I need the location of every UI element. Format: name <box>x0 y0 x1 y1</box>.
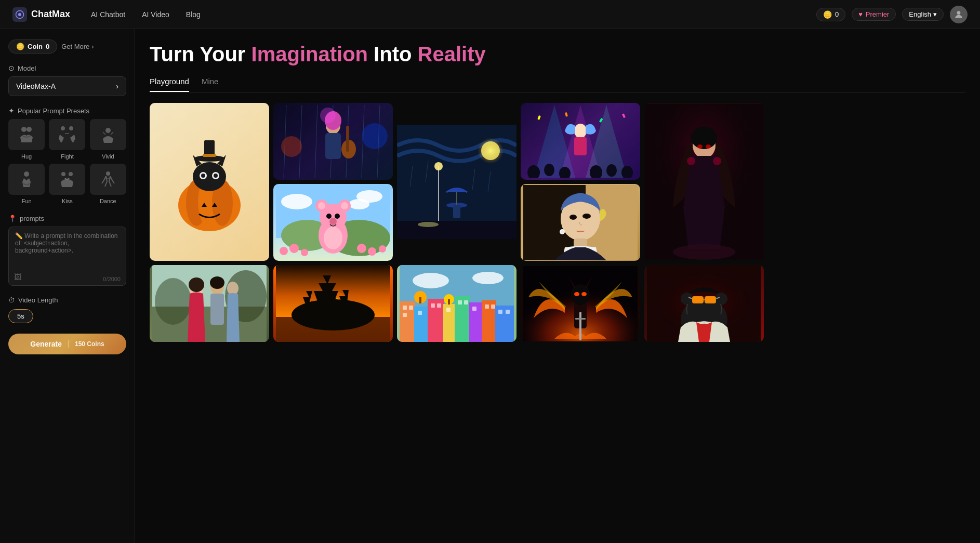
svg-rect-183 <box>706 297 715 302</box>
preset-kiss-label: Kiss <box>62 198 73 204</box>
svg-point-64 <box>544 164 554 176</box>
svg-point-85 <box>349 199 369 209</box>
gallery-item-10[interactable] <box>397 265 517 342</box>
svg-rect-158 <box>506 310 510 314</box>
nav-blog[interactable]: Blog <box>186 10 201 19</box>
preset-vivid[interactable]: Vivid <box>90 119 126 160</box>
svg-point-6 <box>69 126 73 130</box>
app-logo[interactable]: ChatMax <box>12 7 70 22</box>
svg-rect-157 <box>498 310 502 314</box>
svg-rect-162 <box>448 299 450 304</box>
logo-icon <box>12 7 27 22</box>
svg-rect-170 <box>575 318 586 320</box>
coin-section: 🪙 Coin 0 Get More › <box>8 39 126 54</box>
gallery-item-9[interactable] <box>273 265 393 342</box>
preset-dance[interactable]: Dance <box>90 164 126 204</box>
svg-point-67 <box>606 164 617 177</box>
preset-fun[interactable]: Fun <box>8 164 45 204</box>
svg-rect-151 <box>446 308 451 312</box>
svg-rect-155 <box>485 304 489 309</box>
preset-fight-label: Fight <box>61 153 73 160</box>
svg-point-9 <box>24 171 29 177</box>
generate-divider <box>68 340 69 348</box>
svg-rect-54 <box>453 205 460 218</box>
svg-point-21 <box>193 162 226 191</box>
gallery-item-12[interactable] <box>644 265 764 342</box>
svg-point-135 <box>413 273 449 288</box>
svg-point-89 <box>289 244 299 253</box>
generate-button[interactable]: Generate 150 Coins <box>8 334 126 354</box>
language-selector[interactable]: English ▾ <box>902 8 944 21</box>
svg-point-80 <box>697 144 703 149</box>
svg-rect-152 <box>458 300 462 304</box>
gallery-item-8[interactable] <box>150 265 269 342</box>
svg-point-8 <box>105 128 111 133</box>
svg-line-33 <box>315 105 317 178</box>
get-more-button[interactable]: Get More › <box>61 43 94 50</box>
clock-icon: ⏱ <box>8 296 15 304</box>
svg-rect-145 <box>403 306 407 310</box>
svg-rect-139 <box>428 299 444 342</box>
svg-point-1 <box>18 13 21 16</box>
chevron-down-icon: ▾ <box>933 10 937 18</box>
sidebar-coin-count: 0 <box>46 43 49 50</box>
nav-ai-video[interactable]: AI Video <box>142 10 169 19</box>
gallery-item-6[interactable] <box>273 184 393 261</box>
gallery-item-2[interactable] <box>273 103 393 180</box>
model-section-title: ⊙ Model <box>8 64 126 72</box>
tab-mine[interactable]: Mine <box>202 77 219 92</box>
svg-rect-59 <box>397 221 517 239</box>
model-icon: ⊙ <box>8 64 15 72</box>
premier-badge[interactable]: ♥ Premier <box>852 8 896 21</box>
svg-point-5 <box>61 126 65 130</box>
gallery-item-5[interactable] <box>644 103 764 261</box>
nav-ai-chatbot[interactable]: AI Chatbot <box>91 10 125 19</box>
preset-fun-thumb <box>8 164 45 195</box>
svg-point-44 <box>281 136 302 157</box>
svg-rect-150 <box>437 303 441 308</box>
svg-rect-156 <box>491 304 495 309</box>
svg-point-77 <box>687 157 695 165</box>
generate-label: Generate <box>30 340 62 348</box>
user-avatar[interactable] <box>950 6 968 23</box>
video-length-label: ⏱ Video Length <box>8 296 126 304</box>
gallery-item-4[interactable] <box>521 103 640 180</box>
svg-point-60 <box>418 222 439 227</box>
gallery-item-1[interactable] <box>150 103 269 261</box>
model-selector[interactable]: VideoMax-A › <box>8 76 126 96</box>
svg-rect-26 <box>203 154 216 157</box>
svg-rect-182 <box>693 297 703 302</box>
preset-fight[interactable]: Fight <box>49 119 85 160</box>
svg-rect-69 <box>537 115 540 120</box>
gallery-item-11[interactable] <box>521 265 640 342</box>
preset-kiss[interactable]: Kiss <box>49 164 85 204</box>
presets-grid: Hug Fight <box>8 119 126 204</box>
svg-point-92 <box>368 247 376 256</box>
svg-rect-146 <box>409 306 413 310</box>
sidebar-coin-icon: 🪙 <box>16 43 24 50</box>
generate-coin-cost: 150 Coins <box>75 340 104 348</box>
svg-rect-42 <box>346 126 349 152</box>
preset-vivid-label: Vivid <box>102 153 114 160</box>
gallery-item-7[interactable] <box>521 184 640 261</box>
svg-rect-148 <box>418 311 422 315</box>
preset-vivid-thumb <box>90 119 126 150</box>
presets-section-title: ✦ Popular Prompt Presets <box>8 107 126 115</box>
prompt-textarea[interactable] <box>15 232 120 269</box>
duration-button[interactable]: 5s <box>8 309 33 323</box>
preset-dance-thumb <box>90 164 126 195</box>
sidebar: 🪙 Coin 0 Get More › ⊙ Model VideoMax-A › <box>0 29 135 543</box>
svg-point-45 <box>362 123 388 149</box>
navbar-coin-badge[interactable]: 🪙 0 <box>816 8 845 21</box>
svg-rect-149 <box>431 303 435 308</box>
preset-hug-thumb <box>8 119 45 150</box>
model-value: VideoMax-A <box>16 82 56 90</box>
gallery-item-3[interactable] <box>397 103 517 261</box>
preset-hug[interactable]: Hug <box>8 119 45 160</box>
app-name: ChatMax <box>31 9 70 20</box>
presets-section: ✦ Popular Prompt Presets Hug <box>8 107 126 204</box>
preset-kiss-thumb <box>49 164 85 195</box>
chevron-right-icon: › <box>116 82 118 90</box>
navbar-right: 🪙 0 ♥ Premier English ▾ <box>816 6 968 23</box>
tab-playground[interactable]: Playground <box>150 77 189 92</box>
